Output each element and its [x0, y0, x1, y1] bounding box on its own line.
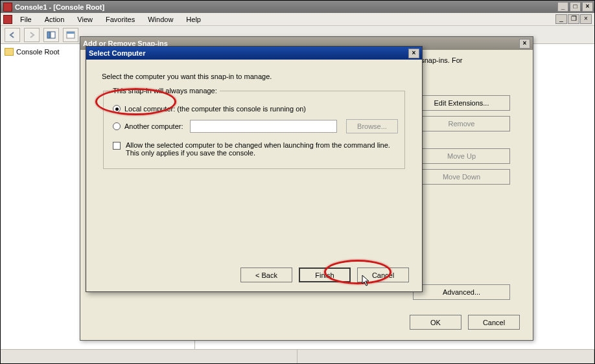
svg-rect-0: [47, 32, 50, 38]
snapins-ok-button[interactable]: OK: [410, 315, 461, 330]
another-computer-label: Another computer:: [124, 122, 183, 130]
close-button[interactable]: ×: [582, 2, 593, 12]
cancel-button[interactable]: Cancel: [357, 267, 409, 282]
another-computer-option[interactable]: Another computer: Browse...: [113, 119, 398, 133]
show-hide-tree-icon[interactable]: [43, 28, 59, 42]
select-computer-instruction: Select the computer you want this snap-i…: [102, 73, 406, 80]
tree-root-label: Console Root: [16, 48, 60, 56]
statusbar: [1, 349, 594, 363]
move-down-button[interactable]: Move Down: [413, 169, 510, 185]
mdi-restore-button[interactable]: ❐: [568, 14, 579, 24]
select-computer-titlebar: Select Computer ×: [86, 47, 422, 60]
select-computer-close-button[interactable]: ×: [408, 49, 419, 58]
local-computer-label: Local computer: (the computer this conso…: [124, 105, 306, 113]
properties-icon[interactable]: [63, 28, 78, 42]
back-icon[interactable]: [5, 28, 20, 42]
menu-window[interactable]: Window: [143, 14, 178, 25]
mdi-app-icon: [3, 15, 12, 24]
menu-favorites[interactable]: Favorites: [100, 14, 140, 25]
mdi-close-button[interactable]: ×: [580, 14, 592, 24]
another-computer-input[interactable]: [190, 120, 338, 133]
app-icon: [3, 3, 12, 12]
allow-change-label: Allow the selected computer to be change…: [126, 141, 398, 157]
menu-view[interactable]: View: [72, 14, 98, 25]
menu-help[interactable]: Help: [181, 14, 206, 25]
snapins-cancel-button[interactable]: Cancel: [468, 315, 520, 330]
main-window-titlebar: Console1 - [Console Root] _ □ ×: [1, 1, 594, 13]
window-title: Console1 - [Console Root]: [15, 3, 104, 11]
manage-group: This snap-in will always manage: Local c…: [103, 87, 405, 169]
local-computer-option[interactable]: Local computer: (the computer this conso…: [113, 105, 398, 113]
select-computer-dialog: Select Computer × Select the computer yo…: [86, 46, 423, 292]
mdi-minimize-button[interactable]: _: [555, 14, 567, 24]
manage-group-legend: This snap-in will always manage:: [110, 87, 220, 95]
back-button[interactable]: < Back: [240, 267, 292, 282]
menu-file[interactable]: File: [15, 14, 37, 25]
forward-icon[interactable]: [24, 28, 40, 42]
snapins-text-fragment: of snap-ins. For: [413, 56, 520, 90]
snapins-close-button[interactable]: ×: [519, 39, 530, 49]
edit-extensions-button[interactable]: Edit Extensions...: [413, 95, 510, 111]
folder-icon: [5, 48, 14, 56]
maximize-button[interactable]: □: [570, 2, 581, 12]
svg-rect-3: [67, 32, 75, 34]
browse-button[interactable]: Browse...: [346, 119, 398, 133]
menu-action[interactable]: Action: [40, 14, 70, 25]
advanced-button[interactable]: Advanced...: [413, 284, 510, 300]
local-computer-radio[interactable]: [113, 105, 121, 113]
minimize-button[interactable]: _: [557, 2, 568, 12]
another-computer-radio[interactable]: [113, 122, 121, 130]
remove-button[interactable]: Remove: [413, 116, 510, 131]
menubar: File Action View Favorites Window Help _…: [1, 13, 594, 26]
allow-change-checkbox[interactable]: [113, 142, 121, 150]
move-up-button[interactable]: Move Up: [413, 148, 510, 164]
allow-change-row[interactable]: Allow the selected computer to be change…: [113, 141, 398, 157]
select-computer-title: Select Computer: [89, 49, 145, 57]
finish-button[interactable]: Finish: [299, 267, 351, 282]
svg-rect-1: [51, 32, 55, 38]
